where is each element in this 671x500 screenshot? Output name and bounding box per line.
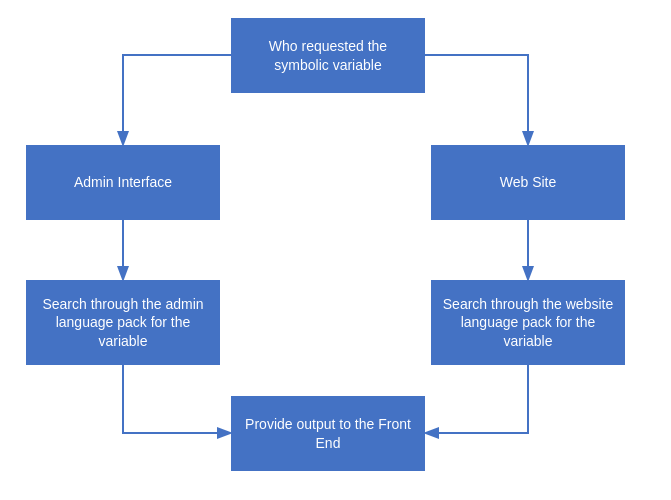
diagram-container: Who requested the symbolic variable Admi… bbox=[0, 0, 671, 500]
box-bottom: Provide output to the Front End bbox=[231, 396, 425, 471]
box-bottom-left: Search through the admin language pack f… bbox=[26, 280, 220, 365]
box-left: Admin Interface bbox=[26, 145, 220, 220]
box-bottom-right: Search through the website language pack… bbox=[431, 280, 625, 365]
box-right: Web Site bbox=[431, 145, 625, 220]
box-top: Who requested the symbolic variable bbox=[231, 18, 425, 93]
